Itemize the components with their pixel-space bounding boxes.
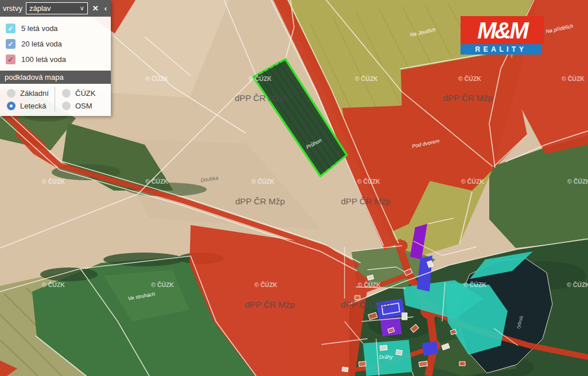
cuzk-watermark: © ČÚZK [145, 75, 168, 82]
basemap-label-letecka: Letecká [20, 102, 47, 110]
basemap-option-zakladni[interactable]: Základní [0, 87, 55, 99]
radio-zakladni[interactable] [7, 89, 16, 98]
radio-cuzk[interactable] [62, 89, 71, 98]
layer-label-100yr: 100 letá voda [21, 55, 66, 64]
collapse-panel-icon[interactable]: ‹ [103, 4, 108, 13]
dpp-attribution: dPP ČR Mžp [235, 93, 284, 103]
dpp-attribution: dPP ČR Mžp [245, 300, 295, 309]
dpp-attribution: dPP ČR Mžp [443, 93, 493, 103]
layer-label-20yr: 20 letá voda [21, 40, 62, 48]
checkbox-20yr-checked[interactable]: ✓ [6, 39, 16, 49]
cuzk-watermark: © ČÚZK [567, 281, 588, 288]
cuzk-watermark: © ČÚZK [463, 281, 486, 288]
dpp-attribution: dPP ČR Mžp [341, 196, 390, 206]
layer-dropdown-value: záplav [29, 4, 51, 13]
basemap-options: Základní Letecká ČÚZK OSM [0, 84, 111, 116]
cuzk-watermark: © ČÚZK [42, 178, 65, 185]
basemap-option-cuzk[interactable]: ČÚZK [55, 87, 111, 99]
map-viewer: © ČÚZK© ČÚZK© ČÚZK© ČÚZK© ČÚZK© ČÚZK© ČÚ… [0, 0, 588, 376]
cuzk-watermark: © ČÚZK [355, 75, 378, 82]
cuzk-watermark: © ČÚZK [249, 75, 272, 82]
cuzk-watermark: © ČÚZK [562, 75, 585, 82]
radio-letecka-selected[interactable] [7, 102, 16, 110]
cuzk-watermark: © ČÚZK [151, 281, 174, 288]
basemap-header: podkladová mapa [0, 71, 111, 84]
dpp-attribution: dPP ČR Mžp [341, 300, 390, 309]
layers-panel: vrstvy záplav ∨ ✕ ‹ ✓ 5 letá voda ✓ 20 l… [0, 0, 111, 116]
layer-row-100yr[interactable]: ✓ 100 letá voda [6, 52, 105, 67]
panel-header: vrstvy záplav ∨ ✕ ‹ [0, 0, 111, 17]
logo-mm-text: M&M [461, 16, 544, 44]
cuzk-watermark: © ČÚZK [461, 178, 484, 185]
basemap-label-cuzk: ČÚZK [75, 89, 95, 98]
checkbox-5yr-checked[interactable]: ✓ [6, 24, 16, 33]
close-icon[interactable]: ✕ [91, 4, 100, 13]
cuzk-watermark: © ČÚZK [458, 75, 481, 82]
layer-row-20yr[interactable]: ✓ 20 letá voda [6, 36, 105, 52]
checkbox-100yr-checked[interactable]: ✓ [6, 55, 16, 64]
basemap-option-osm[interactable]: OSM [55, 99, 111, 112]
basemap-option-letecka[interactable]: Letecká [0, 99, 55, 112]
layers-label: vrstvy [3, 4, 22, 13]
basemap-label-zakladni: Základní [20, 89, 49, 98]
cuzk-watermark: © ČÚZK [357, 178, 380, 185]
map-place-label: Dráhy [379, 354, 393, 360]
cuzk-watermark: © ČÚZK [42, 281, 65, 288]
layer-label-5yr: 5 letá voda [21, 24, 58, 33]
dpp-attribution: dPP ČR Mžp [235, 196, 285, 206]
cuzk-watermark: © ČÚZK [358, 281, 381, 288]
basemap-label-osm: OSM [75, 102, 92, 110]
cuzk-watermark: © ČÚZK [567, 178, 588, 185]
mm-reality-logo: M&M REALITY [461, 16, 544, 55]
cuzk-watermark: © ČÚZK [252, 178, 274, 185]
cuzk-watermark: © ČÚZK [254, 281, 277, 288]
layer-dropdown[interactable]: záplav ∨ [26, 2, 88, 14]
layer-row-5yr[interactable]: ✓ 5 letá voda [6, 21, 105, 36]
radio-osm[interactable] [62, 102, 71, 110]
logo-reality-text: REALITY [461, 44, 541, 55]
chevron-down-icon: ∨ [80, 5, 84, 12]
cuzk-watermark: © ČÚZK [145, 178, 168, 185]
layer-list: ✓ 5 letá voda ✓ 20 letá voda ✓ 100 letá … [0, 17, 111, 71]
